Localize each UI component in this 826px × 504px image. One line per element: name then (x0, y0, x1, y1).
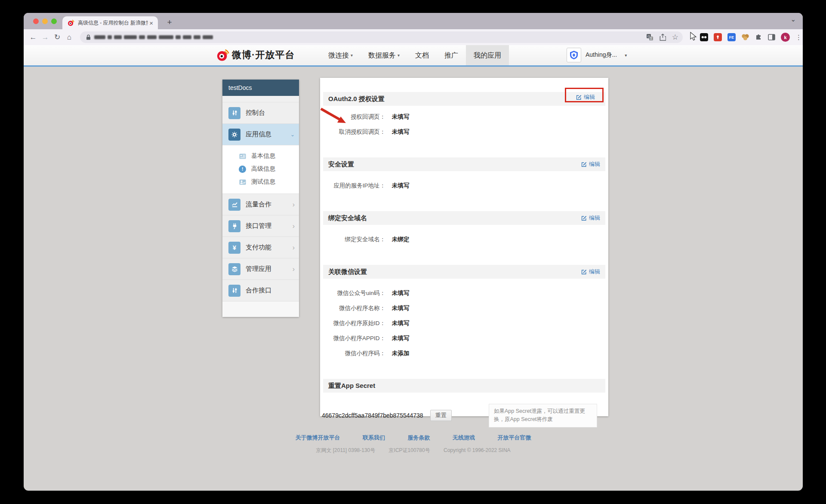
id-card-icon (239, 153, 246, 160)
field-label: 微信公众号uin码： (320, 289, 385, 297)
red-highlight-box (565, 88, 604, 102)
forward-icon[interactable]: → (39, 33, 51, 42)
new-tab-button[interactable]: + (164, 17, 175, 28)
share-icon[interactable] (660, 34, 666, 41)
sidebar-item-api[interactable]: 接口管理 › (222, 215, 299, 237)
sliders-icon (228, 107, 240, 119)
footer-link-official-weibo[interactable]: 开放平台官微 (497, 434, 531, 442)
chevron-right-icon: › (293, 244, 295, 252)
reload-icon[interactable]: ↻ (51, 33, 63, 42)
section-rows: 授权回调页： 未填写 取消授权回调页： 未填写 (320, 113, 608, 144)
sidebar-item-label: 流量合作 (246, 200, 293, 209)
tab-search-icon[interactable]: ⌄ (790, 15, 796, 23)
caret-down-icon: ▾ (625, 53, 627, 58)
account-menu[interactable]: Authing身... ▾ (567, 48, 627, 62)
submenu-item-basic-info[interactable]: 基本信息 (222, 150, 299, 163)
window-zoom-button[interactable] (51, 18, 57, 24)
sidebar-item-coop-api[interactable]: 合作接口 (222, 280, 299, 301)
menu-label: 微连接 (328, 45, 349, 65)
address-bar[interactable]: G文 ☆ (80, 31, 683, 43)
sidebar-spacer (222, 96, 299, 102)
bookmark-star-icon[interactable]: ☆ (672, 34, 678, 41)
exclamation-circle-icon: ! (239, 166, 246, 173)
edit-icon (581, 269, 587, 275)
submenu-item-label: 测试信息 (251, 178, 275, 186)
menu-item-weilianjie[interactable]: 微连接 ▾ (321, 45, 361, 65)
section-app-secret: 重置App Secret 46679c2dcff5aa7849f7beb8755… (320, 379, 608, 427)
submenu-item-label: 基本信息 (251, 152, 275, 160)
domain-edit-button[interactable]: 编辑 (581, 214, 600, 222)
account-name: Authing身... (586, 51, 617, 59)
field-label: 绑定安全域名： (320, 236, 385, 243)
weibo-favicon-icon (68, 19, 74, 26)
submenu-item-advanced-info[interactable]: ! 高级信息 (222, 163, 299, 175)
menu-label: 我的应用 (474, 45, 501, 65)
tab-title: 高级信息 - 应用控制台 新浪微博 (78, 19, 148, 27)
field-label: 微信小程序原始ID： (320, 320, 385, 327)
home-icon[interactable]: ⌂ (63, 33, 75, 42)
security-edit-button[interactable]: 编辑 (581, 160, 600, 168)
sidebar-item-manage-apps[interactable]: 管理应用 › (222, 258, 299, 280)
field-row: 取消授权回调页： 未填写 (320, 128, 608, 136)
field-row: 绑定安全域名： 未绑定 (320, 236, 608, 243)
section-rows: 应用的服务IP地址： 未填写 (320, 182, 608, 198)
menu-label: 数据服务 (368, 45, 396, 65)
field-label: 微信小程序名称： (320, 304, 385, 312)
chrome-menu-icon[interactable]: ⋮ (795, 34, 802, 41)
sidebar-item-label: 支付功能 (246, 243, 293, 252)
browser-toolbar: ← → ↻ ⌂ G文 ☆ (24, 29, 803, 45)
menu-item-promotion[interactable]: 推广 (437, 45, 466, 65)
extension-fe-icon[interactable]: FE (727, 33, 736, 41)
tab-close-icon[interactable]: × (148, 19, 154, 27)
menu-label: 推广 (444, 45, 458, 65)
menu-label: 文档 (415, 45, 429, 65)
wechat-edit-button[interactable]: 编辑 (581, 268, 600, 276)
app-secret-value: 46679c2dcff5aa7849f7beb875544738 (322, 412, 423, 419)
menu-item-data-services[interactable]: 数据服务 ▾ (361, 45, 407, 65)
profile-avatar[interactable]: k (781, 33, 790, 42)
browser-tab[interactable]: 高级信息 - 应用控制台 新浪微博 × (62, 16, 158, 29)
edit-label: 编辑 (589, 268, 600, 276)
menu-item-docs[interactable]: 文档 (407, 45, 437, 65)
footer-link-about[interactable]: 关于微博开放平台 (296, 434, 340, 442)
footer-link-terms[interactable]: 服务条款 (408, 434, 430, 442)
app-sidebar: testDocs 控制台 应用信息 ⌄ 基本信息 ! 高级 (222, 80, 299, 317)
browser-window: 高级信息 - 应用控制台 新浪微博 × + ⌄ ← → ↻ ⌂ G文 (24, 13, 803, 491)
app-secret-row: 46679c2dcff5aa7849f7beb875544738 重置 如果Ap… (322, 404, 608, 427)
sidebar-item-traffic[interactable]: 流量合作 › (222, 194, 299, 215)
window-minimize-button[interactable] (42, 18, 48, 24)
field-label: 微信小程序码： (320, 350, 385, 357)
reset-button[interactable]: 重置 (430, 410, 452, 421)
submenu-item-test-info[interactable]: 测试信息 (222, 175, 299, 188)
field-row: 应用的服务IP地址： 未填写 (320, 182, 608, 190)
sliders-icon (228, 285, 240, 297)
sidebar-item-payment[interactable]: ¥ 支付功能 › (222, 237, 299, 258)
chevron-right-icon: › (293, 201, 295, 209)
weibo-open-platform-logo[interactable]: 微博·开放平台 (216, 49, 295, 61)
sidebar-item-label: 接口管理 (246, 222, 293, 230)
footer-link-contact[interactable]: 联系我们 (363, 434, 385, 442)
translate-icon[interactable]: G文 (646, 34, 653, 41)
sidebar-item-app-info[interactable]: 应用信息 ⌄ (222, 124, 299, 145)
back-icon[interactable]: ← (27, 33, 39, 42)
extension-red-icon[interactable] (714, 33, 722, 41)
side-panel-icon[interactable] (768, 34, 775, 40)
sidebar-item-label: 管理应用 (246, 265, 293, 273)
settings-panel: OAuth2.0 授权设置 编辑 授权回调页： 未填写 (320, 78, 608, 416)
extension-dark-icon[interactable] (700, 33, 708, 41)
menu-item-my-apps[interactable]: 我的应用 (466, 45, 509, 65)
extension-gold-icon[interactable] (741, 34, 749, 41)
section-rows: 绑定安全域名： 未绑定 (320, 236, 608, 252)
layers-icon (228, 263, 240, 275)
extensions-puzzle-icon[interactable] (755, 34, 762, 41)
field-value: 未填写 (392, 113, 410, 121)
sidebar-item-label: 应用信息 (246, 130, 290, 138)
window-close-button[interactable] (33, 18, 39, 24)
sidebar-item-console[interactable]: 控制台 (222, 102, 299, 124)
person-badge-icon (239, 178, 246, 186)
field-label: 应用的服务IP地址： (320, 182, 385, 190)
footer-link-wireless-games[interactable]: 无线游戏 (453, 434, 475, 442)
section-title: 重置App Secret (328, 382, 375, 390)
footer-license-1: 京网文 [2011] 0398-130号 (316, 447, 375, 453)
section-header: 重置App Secret (323, 379, 605, 393)
